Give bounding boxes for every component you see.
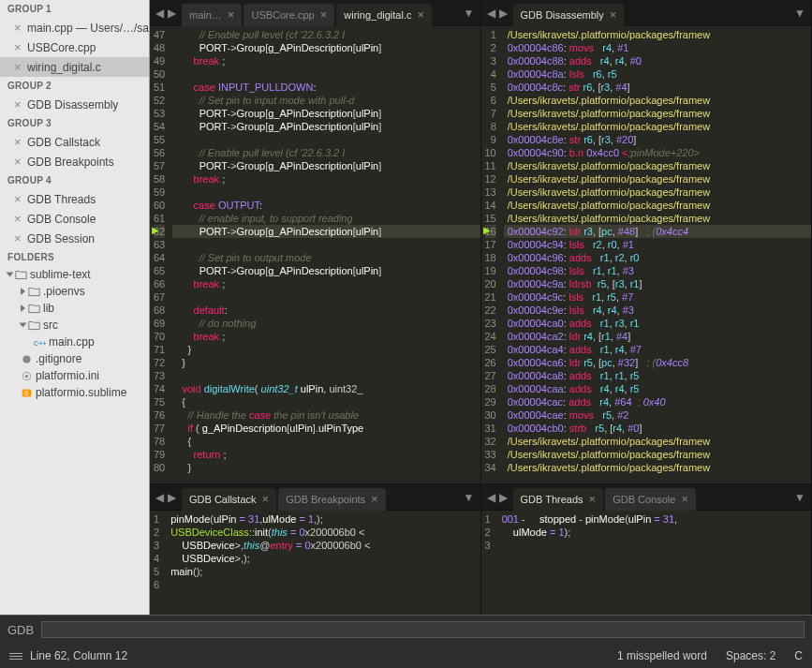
code-line[interactable]: USBDevice>,this@entry = 0x200006b0 < <box>167 539 480 552</box>
code-line[interactable] <box>172 67 480 81</box>
code-line[interactable]: 0x00004c9c: lsls r1, r5, #7 <box>504 290 811 304</box>
close-icon[interactable]: × <box>589 492 597 506</box>
open-file-item[interactable]: ×GDB Breakpoints <box>0 152 149 171</box>
code-area[interactable]: ▶474849505152535455565758596061626364656… <box>150 26 480 483</box>
code-line[interactable]: 0x00004c96: adds r1, r2, r0 <box>504 251 811 264</box>
code-line[interactable]: 0x00004cb0: strb r5, [r4, #0] <box>504 422 811 435</box>
code-area[interactable]: 123001 - stopped - pinMode(ulPin = 31, u… <box>481 511 812 615</box>
dropdown-icon[interactable]: ▼ <box>464 491 475 504</box>
code-line[interactable]: PORT->Group[g_APinDescription[ulPin] <box>172 159 480 172</box>
tree-item[interactable]: .pioenvs <box>0 283 149 300</box>
code-line[interactable]: pinMode(ulPin = 31,ulMode = 1,); <box>167 512 480 526</box>
close-icon[interactable]: × <box>14 212 23 226</box>
status-spaces[interactable]: Spaces: 2 <box>726 649 775 662</box>
code-line[interactable]: // Enable pull level (cf '22.6.3.2 I <box>172 28 480 41</box>
code-line[interactable]: { <box>172 435 480 448</box>
menu-icon[interactable] <box>9 651 22 661</box>
code-line[interactable] <box>172 290 480 304</box>
code-line[interactable]: if ( g_APinDescription[ulPin].ulPinType <box>172 422 480 435</box>
open-file-item[interactable]: ×GDB Threads <box>0 189 149 209</box>
code-line[interactable]: 001 - stopped - pinMode(ulPin = 31, <box>498 512 811 526</box>
code-line[interactable]: break ; <box>172 172 480 186</box>
code-line[interactable]: // do nothing <box>172 317 480 330</box>
code-line[interactable]: 0x00004c98: lsls r1, r1, #3 <box>504 264 811 277</box>
code-line[interactable]: /Users/ikravets/.platformio/packages/fra… <box>504 199 811 212</box>
open-file-item[interactable]: ×wiring_digital.c <box>0 57 149 77</box>
code-line[interactable]: /Users/ikravets/.platformio/packages/fra… <box>504 186 811 199</box>
code-line[interactable]: USBDevice>,); <box>167 552 480 565</box>
code-line[interactable]: case INPUT_PULLDOWN: <box>172 81 480 94</box>
tree-item[interactable]: .gitignore <box>0 350 149 367</box>
code-line[interactable] <box>167 578 480 591</box>
tree-item[interactable]: src <box>0 317 149 334</box>
open-file-item[interactable]: ×GDB Session <box>0 229 149 248</box>
code-line[interactable]: 0x00004c94: lsls r2, r0, #1 <box>504 238 811 251</box>
open-file-item[interactable]: ×GDB Console <box>0 209 149 229</box>
nav-fwd-icon[interactable]: ▶ <box>168 7 176 20</box>
code-line[interactable]: /Users/ikravets/.platformio/packages/fra… <box>504 107 811 120</box>
nav-back-icon[interactable]: ◀ <box>155 491 164 504</box>
code-line[interactable]: 0x00004ca2: ldr r4, [r1, #4] <box>504 330 811 343</box>
nav-back-icon[interactable]: ◀ <box>487 491 495 504</box>
code-line[interactable]: USBDeviceClass::init(this = 0x200006b0 < <box>167 526 480 539</box>
code-line[interactable]: 0x00004cac: adds r4, #64 ; 0x40 <box>504 395 811 408</box>
code-line[interactable]: break ; <box>172 330 480 343</box>
tab[interactable]: USBCore.cpp× <box>244 4 334 26</box>
code-line[interactable]: /Users/ikravets/.platformio/packages/fra… <box>504 448 811 461</box>
close-icon[interactable]: × <box>14 40 23 54</box>
open-file-item[interactable]: ×GDB Disassembly <box>0 95 149 114</box>
code-line[interactable]: 0x00004cae: movs r5, #2 <box>504 408 811 422</box>
tree-item[interactable]: lib <box>0 300 149 317</box>
code-line[interactable]: PORT->Group[g_APinDescription[ulPin] <box>172 225 480 238</box>
code-line[interactable]: main(); <box>167 565 480 578</box>
status-lang[interactable]: C <box>794 649 803 662</box>
close-icon[interactable]: × <box>14 231 23 245</box>
code-line[interactable]: PORT->Group[g_APinDescription[ulPin] <box>172 107 480 120</box>
nav-back-icon[interactable]: ◀ <box>487 7 495 20</box>
nav-fwd-icon[interactable]: ▶ <box>499 7 508 20</box>
code-line[interactable] <box>172 238 480 251</box>
code-line[interactable]: 0x00004c8a: lsls r6, r5 <box>504 67 811 81</box>
code-line[interactable] <box>172 186 480 199</box>
code-line[interactable]: } <box>172 343 480 356</box>
tab[interactable]: GDB Breakpoints× <box>278 488 386 511</box>
code-area[interactable]: 123456pinMode(ulPin = 31,ulMode = 1,);US… <box>150 511 480 615</box>
code-line[interactable]: default: <box>172 304 480 317</box>
close-icon[interactable]: × <box>14 97 23 111</box>
code-line[interactable]: } <box>172 356 480 369</box>
tree-item[interactable]: C++main.cpp <box>0 334 149 350</box>
code-area[interactable]: ▶123456789101112131415161718192021222324… <box>481 26 812 483</box>
close-icon[interactable]: × <box>14 155 23 169</box>
code-line[interactable]: /Users/ikravets/.platformio/packages/fra… <box>504 159 811 172</box>
code-line[interactable]: return ; <box>172 448 480 461</box>
code-line[interactable]: 0x00004caa: adds r4, r4, r5 <box>504 382 811 395</box>
code-line[interactable]: 0x00004c86: movs r4, #1 <box>504 41 811 54</box>
tab[interactable]: GDB Callstack× <box>182 488 276 511</box>
close-icon[interactable]: × <box>320 7 328 22</box>
close-icon[interactable]: × <box>14 135 23 149</box>
code-line[interactable]: PORT->Group[g_APinDescription[ulPin] <box>172 120 480 133</box>
tab[interactable]: wiring_digital.c× <box>336 4 432 26</box>
close-icon[interactable]: × <box>681 492 688 506</box>
code-line[interactable]: 0x00004ca0: adds r1, r3, r1 <box>504 317 811 330</box>
nav-fwd-icon[interactable]: ▶ <box>499 491 508 504</box>
close-icon[interactable]: × <box>14 60 23 74</box>
code-line[interactable]: 0x00004c92: ldr r3, [pc, #48] ; (0x4cc4 <box>504 225 811 238</box>
disclosure-icon[interactable] <box>7 273 14 277</box>
code-line[interactable]: /Users/ikravets/.platformio/packages/fra… <box>504 94 811 107</box>
open-file-item[interactable]: ×GDB Callstack <box>0 132 149 152</box>
code-line[interactable]: } <box>172 461 480 474</box>
code-line[interactable]: /Users/ikravets/.platformio/packages/fra… <box>504 28 811 41</box>
open-file-item[interactable]: ×USBCore.cpp <box>0 37 149 57</box>
code-line[interactable]: 0x00004c9e: lsls r4, r4, #3 <box>504 304 811 317</box>
tab[interactable]: GDB Console× <box>605 488 696 511</box>
gdb-input[interactable] <box>41 621 805 638</box>
close-icon[interactable]: × <box>14 192 23 206</box>
code-line[interactable]: /Users/ikravets/.platformio/packages/fra… <box>504 172 811 186</box>
code-line[interactable]: 0x00004c8c: str r6, [r3, #4] <box>504 81 811 94</box>
code-line[interactable]: 0x00004ca4: adds r1, r4, #7 <box>504 343 811 356</box>
code-line[interactable]: // enable input, to support reading <box>172 212 480 225</box>
disclosure-icon[interactable] <box>21 288 25 295</box>
code-line[interactable]: // Handle the case the pin isn't usable <box>172 408 480 422</box>
code-line[interactable]: /Users/ikravets/.platformio/packages/fra… <box>504 212 811 225</box>
